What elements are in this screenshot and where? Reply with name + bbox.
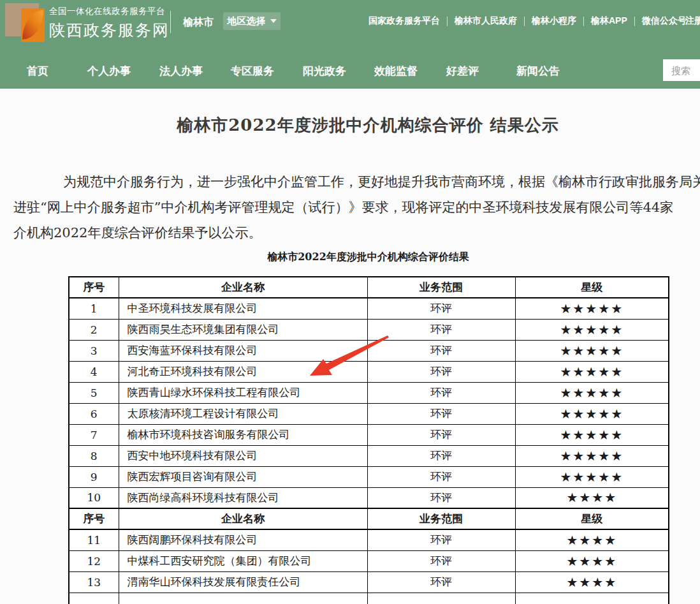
col-header-stars: 星级 — [515, 508, 669, 529]
cell-no: 6 — [69, 403, 119, 424]
cell-no: 11 — [69, 529, 119, 550]
cell-scope: 环评 — [367, 340, 515, 361]
paragraph-line: 介机构2022年度综合评价结果予以公示。 — [13, 220, 700, 246]
header-divider — [170, 11, 171, 33]
cell-name: 陕西阔鹏环保科技有限公司 — [119, 529, 367, 550]
paragraph-line: 进驻“网上中介服务超市”中介机构考评管理规定（试行）》要求，现将评定的中圣环境科… — [13, 195, 700, 220]
cell-scope: 环评 — [367, 319, 515, 340]
cell-scope: 环评 — [367, 550, 515, 571]
link-separator — [447, 17, 448, 26]
cell-scope: 环评 — [367, 571, 515, 593]
logo-leaf-icon — [22, 10, 43, 40]
table-row-highlighted: 4 河北奇正环境科技有限公司 环评 ★★★★★ — [69, 361, 669, 382]
cell-no: 13 — [69, 571, 119, 593]
cell-name: 西安海蓝环保科技有限公司 — [119, 340, 367, 361]
cell-scope: 环评 — [367, 487, 515, 508]
nav-item-personal[interactable]: 个人办事 — [87, 64, 131, 78]
region-selector-label: 地区选择 — [228, 15, 266, 27]
cell-scope: 环评 — [367, 403, 515, 424]
cell-name: 中煤科工西安研究院（集团）有限公司 — [119, 550, 367, 571]
table-row: 6 太原核清环境工程设计有限公司 环评 ★★★★★ — [69, 403, 669, 424]
col-header-name: 企业名称 — [119, 277, 367, 298]
table-row: 9 陕西宏辉项目咨询有限公司 环评 ★★★★★ — [69, 466, 669, 487]
table-header-row: 序号 企业名称 业务范围 星级 — [69, 277, 669, 298]
cell-scope: 环评 — [367, 382, 515, 403]
cell-stars: ★★★★★ — [515, 382, 669, 403]
cell-no: 3 — [69, 340, 119, 361]
col-header-no: 序号 — [69, 277, 119, 298]
region-selector-button[interactable]: 地区选择 — [223, 12, 281, 30]
cell-no: 12 — [69, 550, 119, 571]
search-input[interactable] — [663, 59, 700, 81]
link-separator — [583, 17, 584, 26]
nav-item-rating[interactable]: 好差评 — [446, 64, 479, 78]
nav-item-transparency[interactable]: 阳光政务 — [303, 64, 346, 78]
site-name: 陕西政务服务网 — [49, 20, 170, 41]
cell-no: 4 — [69, 361, 119, 382]
cell-name: 榆林市环境科技咨询服务有限公司 — [119, 424, 367, 445]
nav-item-news[interactable]: 新闻公告 — [516, 64, 560, 78]
cell-stars: ★★★★★ — [515, 403, 669, 424]
site-header: 全国一体化在线政务服务平台 陕西政务服务网 榆林市 地区选择 国家政务服务平台 … — [0, 0, 700, 89]
cell-scope: 环评 — [367, 445, 515, 466]
table-row: 7 榆林市环境科技咨询服务有限公司 环评 ★★★★★ — [69, 424, 669, 445]
site-logo-icon — [5, 3, 45, 43]
col-header-scope: 业务范围 — [367, 277, 515, 298]
cell-stars: ★★★★ — [515, 529, 669, 550]
register-link[interactable]: 注册 — [685, 15, 700, 27]
table-row: 10 陕西尚绿高科环境科技有限公司 环评 ★★★★ — [69, 487, 669, 508]
notice-paragraph: 为规范中介服务行为，进一步强化中介监管工作，更好地提升我市营商环境，根据《榆林市… — [13, 169, 700, 246]
cell-scope: 环评 — [367, 298, 515, 319]
cell-scope: 环评 — [367, 466, 515, 487]
link-separator — [524, 17, 525, 26]
header-links: 国家政务服务平台 榆林市人民政府 榆林小程序 榆林APP 微信公众号 — [368, 15, 687, 27]
table-row: 2 陕西雨昊生态环境集团有限公司 环评 ★★★★★ — [69, 319, 669, 340]
table-row: 3 西安海蓝环保科技有限公司 环评 ★★★★★ — [69, 340, 669, 361]
table-header-row-repeat: 序号 企业名称 业务范围 星级 — [69, 508, 669, 529]
cell-no: 7 — [69, 424, 119, 445]
chevron-down-icon — [270, 19, 277, 23]
cell-name: 太原核清环境工程设计有限公司 — [119, 403, 367, 424]
cell-name: 陕西尚绿高科环境科技有限公司 — [119, 487, 367, 508]
link-national-platform[interactable]: 国家政务服务平台 — [368, 15, 440, 27]
cell-no: 5 — [69, 382, 119, 403]
cell-stars: ★★★★★ — [515, 298, 669, 319]
cell-stars: ★★★★★ — [515, 361, 669, 382]
cell-stars: ★★★★★ — [515, 319, 669, 340]
col-header-no: 序号 — [69, 508, 119, 529]
table-caption: 榆林市2022年度涉批中介机构综合评价结果 — [68, 251, 668, 263]
nav-item-supervision[interactable]: 效能监督 — [374, 64, 418, 78]
logo-orange-square — [21, 8, 45, 42]
col-header-scope: 业务范围 — [367, 508, 515, 529]
current-city-label: 榆林市 — [183, 16, 214, 29]
site-brand: 全国一体化在线政务服务平台 陕西政务服务网 — [49, 6, 170, 41]
table-row: 12 中煤科工西安研究院（集团）有限公司 环评 ★★★★ — [69, 550, 669, 571]
link-city-government[interactable]: 榆林市人民政府 — [455, 15, 517, 27]
link-wechat[interactable]: 微信公众号 — [642, 15, 687, 27]
cell-stars: ★★★★★ — [515, 445, 669, 466]
link-app[interactable]: 榆林APP — [591, 15, 627, 27]
cell-name: 渭南华山环保科技发展有限责任公司 — [119, 571, 367, 593]
cell-stars: ★★★★ — [515, 550, 669, 571]
nav-item-home[interactable]: 首页 — [27, 64, 48, 78]
cell-no: 2 — [69, 319, 119, 340]
cell-name: 西安中地环境科技有限公司 — [119, 445, 367, 466]
cell-stars: ★★★★★ — [515, 466, 669, 487]
cell-name: 河北奇正环境科技有限公司 — [119, 361, 367, 382]
cell-stars: ★★★★★ — [515, 424, 669, 445]
table-row: 13 渭南华山环保科技发展有限责任公司 环评 ★★★★ — [69, 571, 669, 593]
cell-no: 10 — [69, 487, 119, 508]
platform-label: 全国一体化在线政务服务平台 — [49, 6, 170, 17]
table-row: 11 陕西阔鹏环保科技有限公司 环评 ★★★★ — [69, 529, 669, 550]
table-row: 8 西安中地环境科技有限公司 环评 ★★★★★ — [69, 445, 669, 466]
cell-scope: 环评 — [367, 424, 515, 445]
link-mini-program[interactable]: 榆林小程序 — [532, 15, 576, 27]
nav-item-legal-person[interactable]: 法人办事 — [159, 64, 203, 78]
nav-item-zone-services[interactable]: 专区服务 — [231, 64, 274, 78]
page-title: 榆林市2022年度涉批中介机构综合评价 结果公示 — [13, 112, 700, 138]
cell-scope: 环评 — [367, 361, 515, 382]
paragraph-line: 为规范中介服务行为，进一步强化中介监管工作，更好地提升我市营商环境，根据《榆林市… — [13, 169, 700, 195]
col-header-stars: 星级 — [515, 277, 669, 298]
article: 榆林市2022年度涉批中介机构综合评价 结果公示 为规范中介服务行为，进一步强化… — [13, 89, 700, 604]
cell-name: 陕西宏辉项目咨询有限公司 — [119, 466, 367, 487]
